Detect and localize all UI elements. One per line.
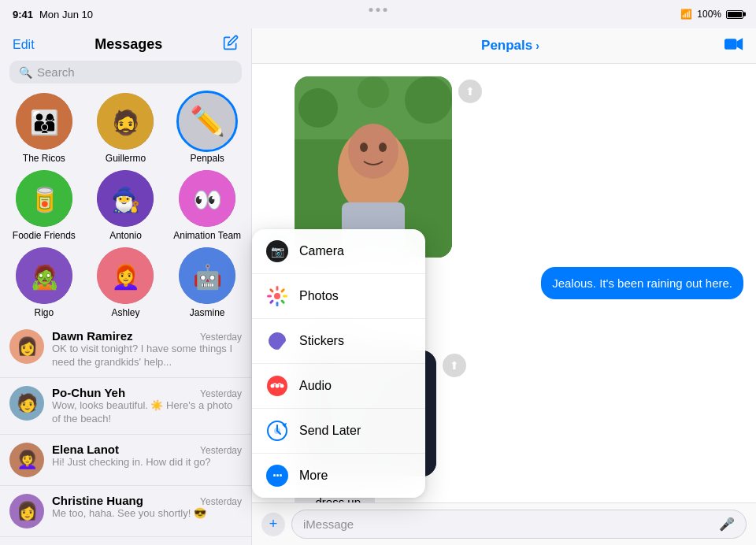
photos-icon <box>266 285 288 307</box>
chat-time: Yesterday <box>200 332 242 343</box>
input-bar: + iMessage 🎤 <box>252 502 756 545</box>
popup-menu-label-more: More <box>299 469 328 483</box>
share-button-2[interactable]: ⬆ <box>443 354 466 377</box>
pinned-contact-name: Foodie Friends <box>13 230 76 241</box>
svg-rect-47 <box>267 295 272 298</box>
svg-rect-16 <box>724 39 736 50</box>
svg-point-21 <box>405 76 452 124</box>
chat-name: Dawn Ramirez <box>52 329 133 343</box>
chat-list-item[interactable]: 🧙Magico MartinezYesterday <box>0 537 251 545</box>
chat-list-item[interactable]: 👩Christine HuangYesterdayMe too, haha. S… <box>0 486 251 537</box>
chat-name: Po-Chun Yeh <box>52 386 125 399</box>
chat-info: Elena LanotYesterdayHi! Just checking in… <box>52 443 242 469</box>
chat-list-item[interactable]: 👩‍🦱Elena LanotYesterdayHi! Just checking… <box>0 435 251 486</box>
svg-point-40 <box>274 293 280 299</box>
pinned-contact[interactable]: 🤖Jasmine <box>169 247 245 318</box>
pinned-contact-name: Animation Team <box>173 230 241 241</box>
edit-button[interactable]: Edit <box>13 38 35 52</box>
popup-menu-item-camera[interactable]: 📷Camera <box>252 229 425 274</box>
popup-menu-item-stickers[interactable]: Stickers <box>252 319 425 364</box>
popup-menu-label-stickers: Stickers <box>299 334 344 348</box>
wifi-icon: 📶 <box>680 9 692 20</box>
chat-preview: Wow, looks beautiful. ☀️ Here's a photo … <box>52 399 242 426</box>
svg-text:🥫: 🥫 <box>29 186 59 214</box>
sidebar-title: Messages <box>94 36 162 53</box>
app-container: Edit Messages 🔍 Search 👨‍👩‍👦The Ricos🧔Gu… <box>0 28 756 545</box>
stickers-icon <box>266 330 288 352</box>
audio-icon <box>266 375 288 397</box>
popup-menu-item-audio[interactable]: Audio <box>252 364 425 409</box>
mic-icon[interactable]: 🎤 <box>719 517 735 532</box>
pinned-contacts: 👨‍👩‍👦The Ricos🧔Guillermo✏️Penpals🥫Foodie… <box>0 90 251 321</box>
search-icon: 🔍 <box>19 66 32 79</box>
chat-avatar: 👩‍🦱 <box>9 443 44 477</box>
popup-menu-item-more[interactable]: ···More <box>252 454 425 498</box>
search-placeholder: Search <box>37 65 75 79</box>
chat-preview: Hi! Just checking in. How did it go? <box>52 456 242 469</box>
chat-name: Elena Lanot <box>52 443 119 456</box>
svg-text:🧙‍♂️: 🧙‍♂️ <box>111 186 141 214</box>
svg-rect-48 <box>269 288 274 293</box>
status-time: 9:41 <box>13 9 33 20</box>
camera-icon: 📷 <box>266 240 288 262</box>
svg-text:🧔: 🧔 <box>111 109 141 137</box>
pinned-contact-name: Antonio <box>109 230 142 241</box>
pinned-contact[interactable]: 👩‍🦰Ashley <box>88 247 164 318</box>
sendlater-icon <box>266 420 288 442</box>
chat-list-item[interactable]: 👩Dawn RamirezYesterdayOK to visit tonigh… <box>0 321 251 378</box>
svg-text:👩‍🦰: 👩‍🦰 <box>111 263 141 291</box>
attachment-popup-menu: 📷Camera Photos Stickers Audi <box>252 229 425 498</box>
chat-title[interactable]: Penpals › <box>481 38 539 54</box>
chat-name: Christine Huang <box>52 494 143 507</box>
svg-point-24 <box>348 124 398 179</box>
pinned-contact[interactable]: 👀Animation Team <box>169 170 245 241</box>
more-icon: ··· <box>266 465 288 487</box>
battery-percent: 100% <box>697 9 721 20</box>
sent-text: Jealous. It's been raining out here. <box>552 276 732 290</box>
sidebar-header: Edit Messages <box>0 28 251 57</box>
sidebar: Edit Messages 🔍 Search 👨‍👩‍👦The Ricos🧔Gu… <box>0 28 252 545</box>
popup-menu-item-photos[interactable]: Photos <box>252 274 425 319</box>
chat-preview: OK to visit tonight? I have some things … <box>52 343 242 369</box>
pinned-contact-name: Guillermo <box>106 153 146 164</box>
chat-time: Yesterday <box>200 388 242 399</box>
svg-rect-41 <box>276 286 279 291</box>
chat-panel: Penpals › <box>252 28 756 545</box>
chat-time: Yesterday <box>200 445 242 456</box>
video-call-button[interactable] <box>724 36 743 55</box>
search-bar[interactable]: 🔍 Search <box>9 61 242 83</box>
pinned-contact[interactable]: 🧙‍♂️Antonio <box>88 170 164 241</box>
svg-point-25 <box>360 143 368 152</box>
chat-info: Dawn RamirezYesterdayOK to visit tonight… <box>52 329 242 369</box>
svg-text:🤖: 🤖 <box>193 263 223 291</box>
pinned-contact[interactable]: 🧔Guillermo <box>88 93 164 164</box>
pinned-contact-name: Ashley <box>111 307 139 318</box>
svg-text:👨‍👩‍👦: 👨‍👩‍👦 <box>29 109 59 137</box>
compose-button[interactable] <box>223 35 239 54</box>
pinned-contact-name: Jasmine <box>190 307 225 318</box>
chevron-right-icon: › <box>536 39 539 52</box>
svg-marker-17 <box>736 38 743 50</box>
add-attachment-button[interactable]: + <box>261 513 285 536</box>
group-name: Penpals <box>481 38 532 54</box>
status-bar: 9:41 Mon Jun 10 📶 100% <box>0 0 756 28</box>
chat-list-item[interactable]: 🧑Po-Chun YehYesterdayWow, looks beautifu… <box>0 378 251 435</box>
pinned-contact[interactable]: ✏️Penpals <box>169 93 245 164</box>
popup-menu-item-sendlater[interactable]: Send Later <box>252 409 425 454</box>
popup-menu-label-sendlater: Send Later <box>299 424 361 438</box>
pinned-contact[interactable]: 🧟Rigo <box>6 247 82 318</box>
svg-text:🧟: 🧟 <box>29 263 59 291</box>
pinned-contact[interactable]: 👨‍👩‍👦The Ricos <box>6 93 82 164</box>
share-button[interactable]: ⬆ <box>458 80 482 103</box>
message-input[interactable]: iMessage 🎤 <box>291 510 747 539</box>
chat-info: Po-Chun YehYesterdayWow, looks beautiful… <box>52 386 242 426</box>
svg-rect-42 <box>280 288 285 293</box>
pinned-contact[interactable]: 🥫Foodie Friends <box>6 170 82 241</box>
chat-preview: Me too, haha. See you shortly! 😎 <box>52 507 242 521</box>
svg-rect-46 <box>269 299 274 304</box>
status-icons: 📶 100% <box>680 9 743 20</box>
svg-point-26 <box>379 143 387 152</box>
chat-avatar: 👩 <box>9 329 44 364</box>
pinned-contact-name: Rigo <box>34 307 54 318</box>
chat-header: Penpals › <box>252 28 756 64</box>
